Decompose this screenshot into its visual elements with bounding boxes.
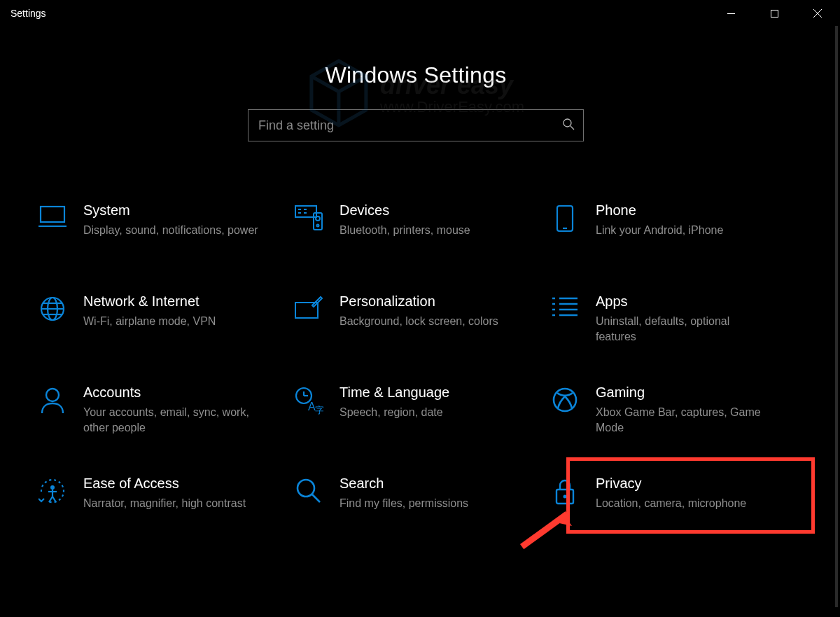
tile-accounts[interactable]: Accounts Your accounts, email, sync, wor… bbox=[31, 378, 288, 441]
tile-desc: Location, camera, microphone bbox=[596, 496, 746, 511]
window-title: Settings bbox=[10, 8, 46, 19]
personalization-icon bbox=[293, 293, 324, 321]
content-area: driver easy www.DriverEasy.com Windows S… bbox=[1, 26, 831, 616]
tile-ease-of-access[interactable]: Ease of Access Narrator, magnifier, high… bbox=[31, 469, 288, 532]
close-icon bbox=[813, 9, 822, 18]
svg-rect-1 bbox=[771, 10, 778, 17]
svg-text:字: 字 bbox=[315, 405, 323, 415]
tile-apps[interactable]: Apps Uninstall, defaults, optional featu… bbox=[544, 287, 800, 350]
tile-search[interactable]: Search Find my files, permissions bbox=[288, 469, 544, 532]
ease-of-access-icon bbox=[37, 475, 68, 506]
tile-desc: Display, sound, notifications, power bbox=[83, 223, 258, 238]
svg-line-46 bbox=[52, 497, 56, 502]
search-category-icon bbox=[293, 475, 324, 504]
tile-title: System bbox=[83, 202, 258, 219]
tile-desc: Background, lock screen, colors bbox=[340, 314, 498, 329]
minimize-icon bbox=[727, 10, 735, 18]
tile-desc: Find my files, permissions bbox=[340, 496, 468, 511]
settings-window: Settings driver easy bbox=[0, 0, 840, 617]
tile-title: Time & Language bbox=[340, 384, 449, 401]
svg-rect-25 bbox=[295, 303, 318, 318]
tile-gaming[interactable]: Gaming Xbox Game Bar, captures, Game Mod… bbox=[544, 378, 800, 441]
tile-desc: Your accounts, email, sync, work, other … bbox=[83, 405, 258, 435]
svg-point-16 bbox=[316, 216, 320, 221]
svg-rect-8 bbox=[41, 207, 64, 222]
tile-title: Phone bbox=[596, 202, 723, 219]
search-container bbox=[1, 109, 831, 141]
vertical-scrollbar[interactable] bbox=[835, 26, 838, 607]
tile-desc: Xbox Game Bar, captures, Game Mode bbox=[596, 405, 771, 435]
tile-network-internet[interactable]: Network & Internet Wi-Fi, airplane mode,… bbox=[31, 287, 288, 350]
maximize-button[interactable] bbox=[752, 1, 796, 26]
tile-system[interactable]: System Display, sound, notifications, po… bbox=[31, 196, 288, 259]
tile-desc: Wi-Fi, airplane mode, VPN bbox=[83, 314, 216, 329]
search-input[interactable] bbox=[258, 118, 562, 133]
svg-rect-18 bbox=[557, 206, 573, 231]
svg-point-6 bbox=[564, 119, 571, 127]
tile-title: Devices bbox=[340, 202, 470, 219]
svg-point-41 bbox=[554, 389, 576, 411]
tile-title: Ease of Access bbox=[83, 475, 246, 492]
window-controls bbox=[709, 1, 839, 26]
svg-point-47 bbox=[298, 480, 314, 497]
tile-title: Gaming bbox=[596, 384, 771, 401]
tile-privacy[interactable]: Privacy Location, camera, microphone bbox=[544, 469, 800, 532]
tile-title: Search bbox=[340, 475, 468, 492]
tile-phone[interactable]: Phone Link your Android, iPhone bbox=[544, 196, 800, 259]
phone-icon bbox=[550, 202, 580, 233]
page-title: Windows Settings bbox=[1, 62, 831, 88]
svg-point-42 bbox=[50, 485, 55, 490]
tile-time-language[interactable]: A字 Time & Language Speech, region, date bbox=[288, 378, 544, 441]
search-box[interactable] bbox=[248, 109, 584, 141]
accounts-icon bbox=[37, 384, 68, 415]
tile-title: Personalization bbox=[340, 293, 498, 310]
tile-personalization[interactable]: Personalization Background, lock screen,… bbox=[288, 287, 544, 350]
svg-point-50 bbox=[564, 495, 567, 499]
time-language-icon: A字 bbox=[293, 384, 324, 415]
svg-line-45 bbox=[49, 497, 52, 502]
search-icon bbox=[562, 118, 575, 133]
system-icon bbox=[37, 202, 68, 228]
settings-grid: System Display, sound, notifications, po… bbox=[1, 141, 831, 532]
tile-title: Accounts bbox=[83, 384, 258, 401]
tile-desc: Uninstall, defaults, optional features bbox=[596, 314, 771, 344]
xbox-icon bbox=[550, 384, 580, 413]
svg-point-35 bbox=[46, 389, 59, 401]
svg-line-48 bbox=[312, 494, 320, 502]
title-bar: Settings bbox=[1, 1, 839, 26]
tile-devices[interactable]: Devices Bluetooth, printers, mouse bbox=[288, 196, 544, 259]
tile-desc: Speech, region, date bbox=[340, 405, 449, 420]
tile-desc: Link your Android, iPhone bbox=[596, 223, 723, 238]
svg-point-17 bbox=[317, 225, 319, 227]
minimize-button[interactable] bbox=[709, 1, 752, 26]
tile-title: Network & Internet bbox=[83, 293, 216, 310]
tile-title: Privacy bbox=[596, 475, 746, 492]
svg-line-7 bbox=[570, 126, 574, 130]
apps-icon bbox=[550, 293, 580, 318]
maximize-icon bbox=[771, 10, 778, 18]
tile-desc: Bluetooth, printers, mouse bbox=[340, 223, 470, 238]
devices-icon bbox=[293, 202, 324, 231]
tile-title: Apps bbox=[596, 293, 771, 310]
tile-desc: Narrator, magnifier, high contrast bbox=[83, 496, 246, 511]
close-button[interactable] bbox=[796, 1, 839, 26]
globe-icon bbox=[37, 293, 68, 322]
lock-icon bbox=[550, 475, 580, 506]
